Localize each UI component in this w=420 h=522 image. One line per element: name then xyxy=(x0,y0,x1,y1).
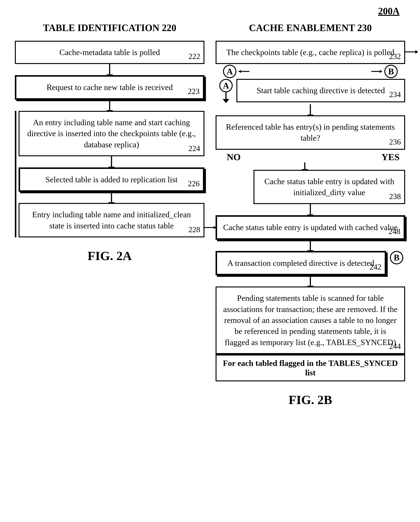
box-224-text: An entry including table name and start … xyxy=(27,118,196,149)
arrow-223-224 xyxy=(109,100,110,111)
a-to-234: A Start table caching directive is detec… xyxy=(216,79,405,102)
box-226: Selected table is added to replication l… xyxy=(19,168,204,192)
yes-arrow-down xyxy=(304,162,305,170)
box-244-num: 244 xyxy=(389,341,401,352)
arrow-222-223 xyxy=(109,64,110,75)
circle-a-icon: A xyxy=(223,65,236,78)
box-234: Start table caching directive is detecte… xyxy=(236,79,405,102)
box-232-text: The checkpoints table (e.g., cache repli… xyxy=(226,48,394,57)
circle-a-left: A xyxy=(223,65,249,78)
box-248: Cache status table entry is updated with… xyxy=(216,215,405,240)
box-234-wrapper: Start table caching directive is detecte… xyxy=(236,79,405,102)
box-238-num: 238 xyxy=(389,191,401,202)
arrow-a-down xyxy=(225,92,226,100)
circle-b-icon: B xyxy=(384,65,398,78)
right-column: CACHE ENABLEMENT 230 The checkpoints tab… xyxy=(216,22,405,407)
fig-2b-label: FIG. 2B xyxy=(289,392,332,407)
fig-2a-label: FIG. 2A xyxy=(88,249,132,263)
box-236: Referenced table has entry(s) in pending… xyxy=(216,115,405,150)
bottom-footer: For each tabled flagged in the TABLES_SY… xyxy=(216,354,405,381)
yes-arrow-container xyxy=(216,162,405,170)
arrow-right-b xyxy=(371,69,382,74)
diagram-id: 200A xyxy=(378,6,400,16)
box-232: The checkpoints table (e.g., cache repli… xyxy=(216,41,405,64)
box-222: Cache-metadata table is polled 222 xyxy=(15,41,204,64)
box-224: An entry including table name and start … xyxy=(19,111,204,156)
svg-marker-3 xyxy=(238,70,241,73)
box-224-num: 224 xyxy=(188,143,200,154)
box-242: A transaction completed directive is det… xyxy=(216,251,386,275)
circle-b-242-icon: B xyxy=(390,251,403,264)
circle-b-right-side: B xyxy=(390,251,405,264)
box-238-text: Cache status table entry is updated with… xyxy=(264,177,394,197)
box-248-container: Cache status table entry is updated with… xyxy=(216,215,405,240)
arrow-238-248 xyxy=(310,204,311,215)
left-bracket-line xyxy=(15,111,16,237)
box-223: Request to cache new table is received 2… xyxy=(15,75,204,100)
right-section-title: CACHE ENABLEMENT 230 xyxy=(249,22,372,33)
box-238: Cache status table entry is updated with… xyxy=(254,170,405,204)
ab-connector-row: A B xyxy=(216,64,405,79)
box-222-text: Cache-metadata table is polled xyxy=(59,48,160,57)
arrow-226-228 xyxy=(111,192,112,203)
box-232-num: 232 xyxy=(389,51,401,62)
box-234-text: Start table caching directive is detecte… xyxy=(257,86,385,95)
box-228-text: Entry including table name and initializ… xyxy=(32,210,191,230)
box-248-text: Cache status table entry is updated with… xyxy=(223,223,398,232)
box-248-num: 248 xyxy=(389,226,400,237)
box-223-num: 223 xyxy=(188,86,200,97)
box-234-num: 234 xyxy=(389,89,401,100)
arrow-242-244 xyxy=(310,275,311,286)
arrow-248-242 xyxy=(310,240,311,251)
box-228: Entry including table name and initializ… xyxy=(19,203,204,237)
box-223-text: Request to cache new table is received xyxy=(46,83,173,92)
bracket-group-left: An entry including table name and start … xyxy=(15,111,204,237)
arrow-left-a xyxy=(238,69,249,74)
box-226-num: 226 xyxy=(188,178,200,189)
b-to-242: A transaction completed directive is det… xyxy=(216,251,405,275)
loop-right-arrow xyxy=(405,46,418,57)
no-yes-row: NO YES xyxy=(216,150,405,162)
box-222-num: 222 xyxy=(188,51,200,62)
box-236-text: Referenced table has entry(s) in pending… xyxy=(226,123,395,143)
svg-marker-5 xyxy=(380,70,382,73)
box-242-text: A transaction completed directive is det… xyxy=(227,259,374,268)
no-label: NO xyxy=(216,150,241,162)
box-228-num: 228 xyxy=(188,224,200,235)
box-236-num: 236 xyxy=(389,137,401,147)
box-244-text: Pending statements table is scanned for … xyxy=(223,293,398,347)
arrow-224-226 xyxy=(111,156,112,168)
circle-b-right: B xyxy=(371,65,398,78)
box-242-wrapper: A transaction completed directive is det… xyxy=(216,251,386,275)
yes-label: YES xyxy=(382,150,405,162)
arrow-234-236 xyxy=(310,104,311,115)
circle-a-down-icon: A xyxy=(219,79,233,92)
box-226-text: Selected table is added to replication l… xyxy=(45,175,178,184)
box-242-num: 242 xyxy=(370,262,381,272)
circle-a-down: A xyxy=(216,79,233,100)
box-244: Pending statements table is scanned for … xyxy=(216,286,405,354)
svg-marker-1 xyxy=(415,50,418,54)
left-column: TABLE IDENTIFICATION 220 Cache-metadata … xyxy=(15,22,204,407)
box-238-wrapper: Cache status table entry is updated with… xyxy=(254,170,405,204)
no-path-arrow xyxy=(204,225,217,230)
left-section-title: TABLE IDENTIFICATION 220 xyxy=(43,22,176,33)
box-232-container: The checkpoints table (e.g., cache repli… xyxy=(216,41,405,64)
